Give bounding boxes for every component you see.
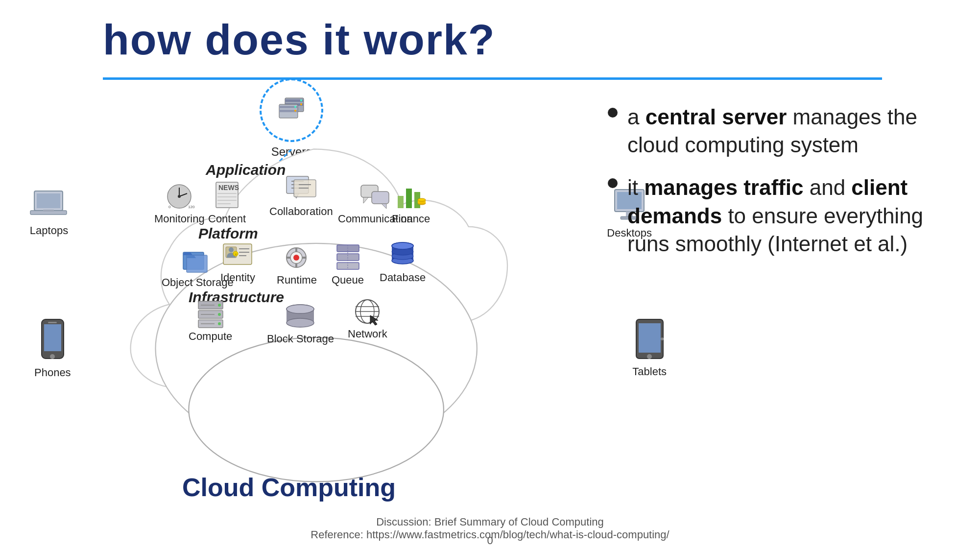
svg-point-56 [293,255,299,261]
footer-line1: Discussion: Brief Summary of Cloud Compu… [0,516,980,528]
bullet-text-1: a central server manages the cloud compu… [627,103,941,159]
network-icon [352,296,383,326]
object-storage-icon [182,246,214,273]
bullet-dot-2 [608,178,618,188]
svg-point-104 [647,354,652,359]
svg-rect-39 [406,189,412,208]
svg-point-70 [392,242,413,249]
content-icon: NEWS [214,181,240,211]
svg-rect-36 [372,192,389,204]
database-icon [387,239,419,271]
phone-icon [39,318,66,362]
svg-point-15 [189,337,444,481]
runtime-icon [281,242,312,272]
svg-marker-37 [382,204,386,209]
svg-rect-91 [37,193,60,208]
bullet-dot-1 [608,108,618,118]
svg-point-48 [229,247,234,252]
bullet-2: it manages traffic and client demands to… [608,173,941,258]
monitoring-icon: 0 120 [164,183,195,210]
communication-icon [359,183,391,210]
slide-number: 0 [487,534,493,547]
svg-text:★: ★ [234,252,238,257]
svg-rect-103 [639,323,661,353]
svg-point-75 [218,313,221,316]
identity-icon: ★ [222,239,254,271]
bold-manages-traffic: manages traffic [644,175,803,199]
compute-item: Compute [189,299,232,343]
svg-point-100 [50,354,55,359]
svg-rect-101 [48,322,57,323]
svg-marker-35 [363,197,368,203]
svg-text:NEWS: NEWS [218,184,239,192]
svg-point-76 [218,322,221,325]
collaboration-icon [284,174,318,203]
block-storage-icon [283,302,317,330]
finance-item: Finance [392,181,430,225]
monitoring-item: 0 120 Monitoring [154,181,205,225]
svg-point-74 [218,304,221,307]
database-item: Database [380,240,426,284]
phones-item: Phones [34,318,71,379]
svg-point-82 [287,318,314,327]
bold-central-server: central server [645,105,787,129]
svg-rect-38 [398,196,404,208]
bullets-section: a central server manages the cloud compu… [608,103,941,272]
svg-point-43 [418,198,426,201]
content-item: NEWS Content [208,181,246,225]
page-title: how does it work? [103,15,980,65]
svg-text:120: 120 [188,205,195,209]
laptops-item: Laptops [29,189,69,237]
svg-marker-89 [370,315,378,325]
bullet-text-2: it manages traffic and client demands to… [627,173,941,258]
finance-icon [395,181,427,211]
title-underline [103,77,882,80]
svg-rect-93 [43,210,54,212]
block-storage-item: Block Storage [267,301,334,345]
laptop-icon [29,189,69,220]
svg-point-105 [661,337,664,340]
cloud-shape [103,83,524,514]
tablet-icon [634,318,666,361]
cloud-computing-title: Cloud Computing [103,473,475,502]
compute-icon [196,299,225,328]
svg-text:0: 0 [168,205,171,209]
queue-item: Queue [331,242,365,287]
queue-icon [332,242,364,272]
svg-rect-99 [44,324,61,351]
diagram-area: Servers Application Platform Infrastruct… [103,83,524,514]
svg-point-17 [178,195,181,198]
tablets-item: Tablets [632,318,667,378]
identity-item: ★ Identity [220,240,255,284]
svg-point-83 [287,305,314,313]
network-item: Network [348,296,387,340]
runtime-item: Runtime [277,242,317,287]
bullet-1: a central server manages the cloud compu… [608,103,941,159]
collaboration-item: Collaboration [269,174,333,218]
